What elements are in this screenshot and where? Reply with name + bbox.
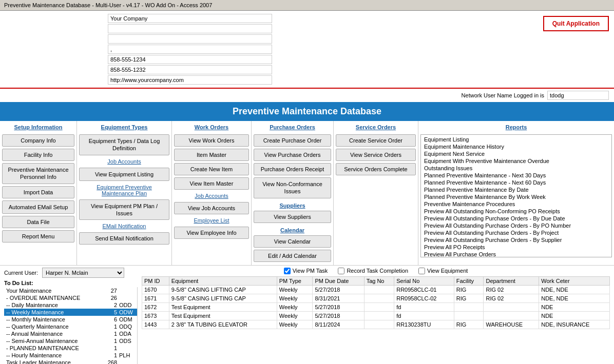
suppliers-label[interactable]: Suppliers xyxy=(254,203,331,209)
pm-table-cell: 1443 xyxy=(142,320,169,329)
data-file-btn[interactable]: Data File xyxy=(2,216,74,228)
current-user-select[interactable]: Harper N. MclainAdminJohn Smith xyxy=(42,268,124,278)
pm-table-row[interactable]: 1673Test EquipmentWeekly5/27/2018fdNDE xyxy=(142,311,610,320)
view-service-orders-btn[interactable]: View Service Orders xyxy=(336,149,416,161)
todo-count: 1 xyxy=(102,352,117,358)
setup-info-header[interactable]: Setup Information xyxy=(2,124,74,130)
calendar-label[interactable]: Calendar xyxy=(254,227,331,233)
equipment-pm-plan-link[interactable]: Equipment Preventive Maintenance Plan xyxy=(79,183,169,197)
equipment-types-header[interactable]: Equipment Types xyxy=(79,124,169,130)
purchase-orders-header[interactable]: Purchase Orders xyxy=(254,124,331,130)
todo-row[interactable]: -- Quarterly Maintenance 1 ODQ xyxy=(4,323,137,330)
view-suppliers-btn[interactable]: View Suppliers xyxy=(254,211,331,223)
pm-table-cell: NDE, INSURANCE xyxy=(539,320,610,329)
company-phone1[interactable] xyxy=(108,55,272,64)
report-item[interactable]: Equipment Maintenance History xyxy=(423,143,609,150)
create-purchase-order-btn[interactable]: Create Purchase Order xyxy=(254,134,331,147)
view-item-master-btn[interactable]: View Item Master xyxy=(174,177,249,190)
record-task-checkbox[interactable] xyxy=(338,268,344,274)
service-orders-complete-btn[interactable]: Service Orders Complete xyxy=(336,163,416,175)
todo-row[interactable]: - PLANNED MAINTENANCE 1 xyxy=(4,345,137,352)
todo-row[interactable]: -- Hourly Maintenance 1 PLH xyxy=(4,352,137,359)
pm-table-cell: Weekly xyxy=(277,320,313,329)
quit-button[interactable]: Quit Application xyxy=(543,16,609,31)
purchase-orders-receipt-btn[interactable]: Purchase Orders Receipt xyxy=(254,163,331,175)
reports-header[interactable]: Reports xyxy=(420,124,612,130)
company-fields xyxy=(108,14,272,85)
item-master-btn[interactable]: Item Master xyxy=(174,149,249,161)
report-item[interactable]: Equipment Listing xyxy=(423,136,609,143)
view-job-accounts-btn[interactable]: View Job Accounts xyxy=(174,202,249,214)
report-item[interactable]: Preview All Outstanding Purchase Orders … xyxy=(423,229,609,236)
network-user-input[interactable] xyxy=(547,91,609,100)
view-equipment-listing-btn[interactable]: View Equipment Listing xyxy=(79,168,169,181)
view-employee-info-btn[interactable]: View Employee Info xyxy=(174,227,249,239)
company-phone2[interactable] xyxy=(108,65,272,74)
pm-table-cell: RIG 02 xyxy=(484,285,539,294)
report-item[interactable]: Planned Preventive Maintenance - Next 30… xyxy=(423,172,609,179)
pm-table-row[interactable]: 16719-5/8" CASING LIFTING CAPWeekly8/31/… xyxy=(142,294,610,302)
report-item[interactable]: Preview All Purchase Orders xyxy=(423,251,609,257)
view-pm-task-text: View PM Task xyxy=(293,268,328,274)
employee-list-link[interactable]: Employee List xyxy=(174,216,249,225)
report-item[interactable]: Preventive Maintenance Procedures xyxy=(423,200,609,208)
company-field4[interactable] xyxy=(108,45,272,54)
equipment-types-def-btn[interactable]: Equipment Types / Data Log Definition xyxy=(79,134,169,155)
pm-table-row[interactable]: 16709-5/8" CASING LIFTING CAPWeekly5/27/… xyxy=(142,285,610,294)
nav-col-reports: Reports Equipment ListingEquipment Maint… xyxy=(418,121,614,265)
todo-row[interactable]: -- Daily Maintenance 2 ODD xyxy=(4,301,137,309)
create-service-order-btn[interactable]: Create Service Order xyxy=(336,134,416,147)
view-pm-task-label: View PM Task xyxy=(284,268,328,274)
view-equipment-pm-btn[interactable]: View Equipment PM Plan / Issues xyxy=(79,199,169,220)
facility-info-btn[interactable]: Facility Info xyxy=(2,149,74,161)
reports-list[interactable]: Equipment ListingEquipment Maintenance H… xyxy=(420,134,612,257)
automated-email-btn[interactable]: Automated EMail Setup xyxy=(2,200,74,214)
report-item[interactable]: Outstanding Issues xyxy=(423,165,609,172)
job-accounts-link[interactable]: Job Accounts xyxy=(174,192,249,200)
pm-table-row[interactable]: 1672Test EquipmentWeekly5/27/2018fdNDE xyxy=(142,302,610,311)
report-item[interactable]: Planned Preventive Maintenance - Next 60… xyxy=(423,179,609,186)
report-item[interactable]: Preview All Outstanding Purchase Orders … xyxy=(423,215,609,222)
work-orders-header[interactable]: Work Orders xyxy=(174,124,249,130)
network-user-area: Network User Name Logged in is xyxy=(0,89,614,102)
company-name-field[interactable] xyxy=(108,14,272,23)
report-item[interactable]: Preview All Outstanding Purchase Orders … xyxy=(423,222,609,229)
report-item[interactable]: Planned Preventive Maintenance By Date xyxy=(423,186,609,193)
report-item[interactable]: Preview All PO Receipts xyxy=(423,244,609,251)
service-orders-header[interactable]: Service Orders xyxy=(336,124,416,130)
todo-row[interactable]: -- Monthly Maintenance 6 ODM xyxy=(4,316,137,323)
report-item[interactable]: Preview All Outstanding Purchase Orders … xyxy=(423,236,609,244)
todo-row[interactable]: -- Annual Maintenance 1 ODA xyxy=(4,330,137,337)
edit-add-calendar-btn[interactable]: Edit / Add Calendar xyxy=(254,250,331,262)
view-purchase-orders-btn[interactable]: View Purchase Orders xyxy=(254,149,331,161)
send-email-notification-btn[interactable]: Send EMail Notification xyxy=(79,232,169,245)
todo-row[interactable]: - OVERDUE MAINTENANCE 26 xyxy=(4,294,137,301)
import-data-btn[interactable]: Import Data xyxy=(2,186,74,198)
report-item[interactable]: Equipment Next Service xyxy=(423,150,609,157)
todo-row[interactable]: -- Weekly Maintenance 5 ODW xyxy=(4,309,137,316)
pm-personnel-btn[interactable]: Preventive Maintenance Personnel Info xyxy=(2,163,74,184)
pm-table-cell: NDE, NDE xyxy=(539,285,610,294)
company-info-btn[interactable]: Company Info xyxy=(2,134,74,147)
report-menu-btn[interactable]: Report Menu xyxy=(2,230,74,242)
pm-table-row[interactable]: 14432 3/8" TA TUBING ELEVATORWeekly8/11/… xyxy=(142,320,610,329)
view-work-orders-btn[interactable]: View Work Orders xyxy=(174,134,249,147)
view-equipment-checkbox[interactable] xyxy=(418,268,425,274)
create-new-item-btn[interactable]: Create New Item xyxy=(174,163,249,175)
view-pm-task-checkbox[interactable] xyxy=(284,268,291,274)
todo-row[interactable]: Your Maintenance 27 xyxy=(4,287,137,294)
view-non-conformance-btn[interactable]: View Non-Conformance Issues xyxy=(254,177,331,198)
todo-name: -- Monthly Maintenance xyxy=(6,316,102,322)
report-item[interactable]: Planned Preventive Maintenance By Work W… xyxy=(423,193,609,200)
company-field2[interactable] xyxy=(108,24,272,33)
view-calendar-btn[interactable]: View Calendar xyxy=(254,235,331,248)
company-website[interactable] xyxy=(108,75,272,85)
report-item[interactable]: Equipment With Preventive Maintenance Ov… xyxy=(423,157,609,165)
email-notification-link[interactable]: EMail Notification xyxy=(79,222,169,230)
company-field3[interactable] xyxy=(108,34,272,44)
todo-row[interactable]: Task Leader Maintenance 268 xyxy=(4,359,137,364)
todo-row[interactable]: -- Semi-Annual Maintenance 1 ODS xyxy=(4,337,137,345)
report-item[interactable]: Preview All Outstanding Non-Conforming P… xyxy=(423,208,609,215)
todo-code xyxy=(117,288,135,294)
equipment-list-link[interactable]: Job Accounts xyxy=(79,157,169,166)
